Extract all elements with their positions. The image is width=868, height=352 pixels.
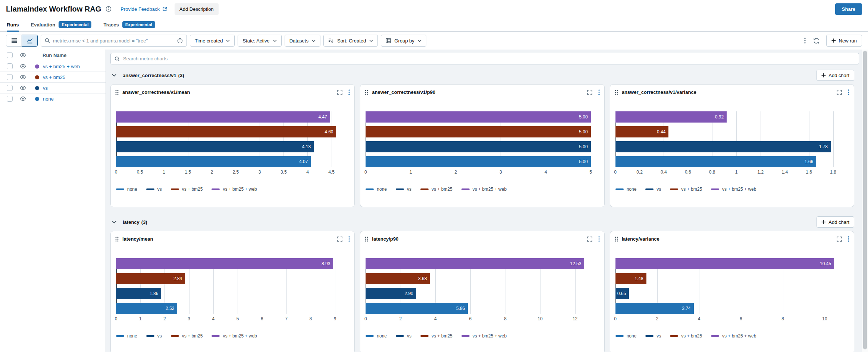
legend-item[interactable]: vs <box>396 187 411 192</box>
legend-item[interactable]: vs <box>645 187 661 192</box>
bar-vs-bm25[interactable]: 3.68 <box>366 273 430 284</box>
chart-kebab-icon[interactable] <box>348 89 350 95</box>
provide-feedback-link[interactable]: Provide Feedback <box>120 6 167 12</box>
legend-item[interactable]: none <box>615 333 637 339</box>
expand-icon[interactable] <box>337 90 342 95</box>
bar-none[interactable]: 2.52 <box>116 303 177 314</box>
bar-vs-bm25[interactable]: 1.48 <box>615 273 646 284</box>
section-collapse-icon[interactable] <box>112 221 116 223</box>
bar-vs-bm25-web[interactable]: 10.45 <box>615 258 834 269</box>
legend-item[interactable]: vs + bm25 + web <box>211 187 257 192</box>
expand-icon[interactable] <box>587 237 592 242</box>
expand-icon[interactable] <box>587 90 592 95</box>
run-checkbox[interactable] <box>7 85 13 91</box>
bar-none[interactable]: 3.74 <box>615 303 694 314</box>
legend-item[interactable]: vs + bm25 + web <box>461 333 507 339</box>
visibility-eye-icon[interactable] <box>20 96 26 101</box>
group-by-dropdown[interactable]: Group by <box>381 35 426 47</box>
legend-item[interactable]: vs + bm25 <box>171 333 203 339</box>
run-search-input[interactable] <box>53 38 174 44</box>
visibility-eye-icon[interactable] <box>20 64 26 69</box>
bar-vs-bm25-web[interactable]: 0.92 <box>615 111 727 123</box>
bar-vs[interactable]: 4.13 <box>116 141 314 152</box>
bar-vs-bm25-web[interactable]: 4.47 <box>116 111 330 123</box>
share-button[interactable]: Share <box>835 3 862 15</box>
legend-item[interactable]: none <box>366 333 387 339</box>
bar-vs[interactable]: 1.78 <box>615 141 831 152</box>
add-chart-button[interactable]: Add chart <box>817 216 854 228</box>
run-name-link[interactable]: vs <box>43 85 48 91</box>
scrollbar-thumb[interactable] <box>863 51 867 349</box>
drag-handle-icon[interactable] <box>615 90 618 95</box>
legend-item[interactable]: vs + bm25 + web <box>211 333 257 339</box>
bar-vs-bm25-web[interactable]: 5.00 <box>366 111 590 123</box>
expand-icon[interactable] <box>837 237 842 242</box>
chart-kebab-icon[interactable] <box>598 89 600 95</box>
legend-item[interactable]: none <box>116 187 137 192</box>
search-info-icon[interactable] <box>177 38 183 44</box>
bar-vs[interactable]: 5.00 <box>366 141 590 152</box>
more-options-button[interactable] <box>803 37 806 44</box>
expand-icon[interactable] <box>337 237 342 242</box>
drag-handle-icon[interactable] <box>365 237 368 242</box>
bar-vs[interactable]: 2.90 <box>366 288 416 299</box>
run-name-link[interactable]: none <box>43 96 54 102</box>
section-collapse-icon[interactable] <box>112 74 116 77</box>
select-all-checkbox[interactable] <box>7 52 13 58</box>
info-icon[interactable] <box>106 6 112 12</box>
legend-item[interactable]: vs + bm25 + web <box>711 187 756 192</box>
drag-handle-icon[interactable] <box>115 237 119 242</box>
new-run-button[interactable]: New run <box>826 35 862 47</box>
bar-vs-bm25-web[interactable]: 8.93 <box>116 258 333 269</box>
bar-vs-bm25[interactable]: 0.44 <box>615 126 669 137</box>
bar-vs[interactable]: 1.86 <box>116 288 161 299</box>
legend-item[interactable]: vs + bm25 <box>171 187 203 192</box>
chart-kebab-icon[interactable] <box>598 236 600 242</box>
drag-handle-icon[interactable] <box>615 237 618 242</box>
legend-item[interactable]: vs + bm25 + web <box>711 333 756 339</box>
visibility-all-icon[interactable] <box>20 53 26 57</box>
legend-item[interactable]: vs + bm25 <box>420 187 452 192</box>
bar-vs-bm25[interactable]: 2.84 <box>116 273 185 284</box>
bar-vs[interactable]: 0.65 <box>615 288 629 299</box>
time-created-dropdown[interactable]: Time created <box>190 35 235 47</box>
bar-vs-bm25[interactable]: 4.60 <box>116 126 336 137</box>
tab-runs[interactable]: Runs <box>7 18 19 31</box>
metric-chart-search-input[interactable] <box>123 56 855 61</box>
legend-item[interactable]: none <box>615 187 637 192</box>
sort-dropdown[interactable]: Sort: Created <box>323 35 378 47</box>
bar-none[interactable]: 5.86 <box>366 303 468 314</box>
refresh-button[interactable] <box>812 37 820 45</box>
legend-item[interactable]: vs <box>146 187 162 192</box>
drag-handle-icon[interactable] <box>115 90 119 95</box>
chart-view-button[interactable] <box>22 35 38 47</box>
legend-item[interactable]: vs + bm25 + web <box>461 187 507 192</box>
legend-item[interactable]: vs <box>396 333 411 339</box>
bar-none[interactable]: 1.66 <box>615 156 816 167</box>
datasets-dropdown[interactable]: Datasets <box>285 35 320 47</box>
legend-item[interactable]: vs + bm25 <box>670 187 702 192</box>
expand-icon[interactable] <box>837 90 842 95</box>
legend-item[interactable]: vs + bm25 <box>670 333 702 339</box>
bar-none[interactable]: 4.07 <box>116 156 311 167</box>
chart-kebab-icon[interactable] <box>848 89 849 95</box>
add-chart-button[interactable]: Add chart <box>817 70 854 81</box>
run-checkbox[interactable] <box>7 74 13 80</box>
bar-none[interactable]: 5.00 <box>366 156 590 167</box>
run-checkbox[interactable] <box>7 96 13 102</box>
legend-item[interactable]: vs + bm25 <box>420 333 452 339</box>
chart-kebab-icon[interactable] <box>848 236 849 242</box>
run-name-link[interactable]: vs + bm25 + web <box>43 64 80 69</box>
visibility-eye-icon[interactable] <box>20 86 26 90</box>
legend-item[interactable]: none <box>366 187 387 192</box>
drag-handle-icon[interactable] <box>365 90 368 95</box>
state-dropdown[interactable]: State: Active <box>238 35 281 47</box>
vertical-scrollbar[interactable] <box>862 50 868 352</box>
run-name-link[interactable]: vs + bm25 <box>43 74 65 80</box>
run-checkbox[interactable] <box>7 63 13 69</box>
list-view-button[interactable] <box>6 35 22 47</box>
legend-item[interactable]: vs <box>645 333 661 339</box>
visibility-eye-icon[interactable] <box>20 75 26 79</box>
chart-kebab-icon[interactable] <box>348 236 350 242</box>
add-description-button[interactable]: Add Description <box>175 3 219 15</box>
